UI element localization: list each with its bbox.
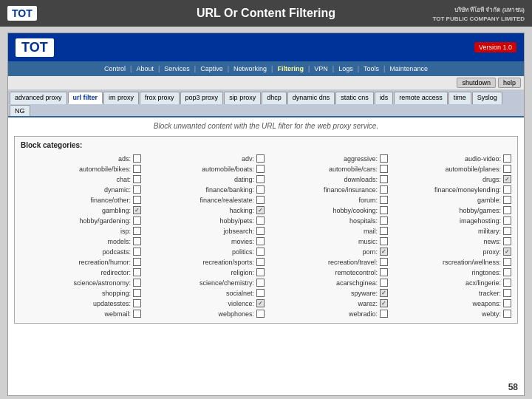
category-checkbox[interactable] <box>503 258 511 266</box>
category-checkbox[interactable] <box>256 216 265 225</box>
category-checkbox[interactable] <box>380 258 388 266</box>
category-checkbox[interactable] <box>256 268 265 276</box>
category-checkbox[interactable] <box>133 279 141 287</box>
category-checkbox[interactable] <box>503 175 511 183</box>
tab-static-cns[interactable]: static cns <box>335 92 374 104</box>
category-checkbox[interactable] <box>133 299 141 307</box>
category-checkbox[interactable] <box>503 299 511 307</box>
tab-ids[interactable]: ids <box>375 92 394 104</box>
nav-captive[interactable]: Captive <box>196 64 228 74</box>
tab-frox-proxy[interactable]: frox proxy <box>140 92 180 104</box>
category-checkbox[interactable] <box>380 196 388 204</box>
category-checkbox[interactable] <box>133 310 141 318</box>
category-checkbox[interactable] <box>256 206 265 214</box>
help-button[interactable]: help <box>498 78 521 88</box>
nav-logs[interactable]: Logs <box>334 64 358 74</box>
category-checkbox[interactable] <box>503 154 511 163</box>
category-checkbox[interactable] <box>133 216 141 225</box>
category-checkbox[interactable] <box>133 227 141 235</box>
nav-maintenance[interactable]: Maintenance <box>385 64 432 74</box>
category-checkbox[interactable] <box>503 206 511 214</box>
nav-vpn[interactable]: VPN <box>310 64 332 74</box>
category-checkbox[interactable] <box>503 216 511 225</box>
category-checkbox[interactable] <box>256 258 265 266</box>
category-checkbox[interactable] <box>133 196 141 204</box>
category-checkbox[interactable] <box>256 279 265 287</box>
nav-filtering[interactable]: Filtering <box>273 64 308 74</box>
tab-url-filter[interactable]: url filter <box>68 92 103 104</box>
category-checkbox[interactable] <box>380 206 388 214</box>
nav-tools[interactable]: Tools <box>359 64 383 74</box>
category-checkbox[interactable] <box>503 165 511 173</box>
category-label: acarschginea: <box>267 279 378 287</box>
category-checkbox[interactable] <box>256 237 265 245</box>
category-label: rscreation/wellness: <box>391 259 501 266</box>
category-checkbox[interactable] <box>256 248 265 256</box>
tab-dynamic-dns[interactable]: dynamic dns <box>287 92 335 104</box>
category-checkbox[interactable] <box>256 154 265 163</box>
list-item: redirector: <box>21 267 141 277</box>
tab-syslog[interactable]: Syslog <box>472 92 502 104</box>
nav-services[interactable]: Services <box>160 64 194 74</box>
category-checkbox[interactable] <box>380 268 388 276</box>
category-label: dating: <box>144 176 254 183</box>
nav-networking[interactable]: Networking <box>229 64 271 74</box>
category-checkbox[interactable] <box>256 185 265 194</box>
category-checkbox[interactable] <box>256 310 265 318</box>
category-checkbox[interactable] <box>133 185 141 194</box>
category-checkbox[interactable] <box>133 289 141 297</box>
category-checkbox[interactable] <box>133 175 141 183</box>
list-item: webty: <box>391 309 511 318</box>
category-checkbox[interactable] <box>256 165 265 173</box>
category-checkbox[interactable] <box>380 185 388 194</box>
category-checkbox[interactable] <box>380 165 388 173</box>
category-checkbox[interactable] <box>256 196 265 204</box>
category-checkbox[interactable] <box>503 279 511 287</box>
category-checkbox[interactable] <box>503 310 511 318</box>
category-checkbox[interactable] <box>133 237 141 245</box>
category-checkbox[interactable] <box>256 289 265 297</box>
category-checkbox[interactable] <box>503 289 511 297</box>
category-checkbox[interactable] <box>503 237 511 245</box>
category-checkbox[interactable] <box>256 175 265 183</box>
category-checkbox[interactable] <box>503 196 511 204</box>
category-checkbox[interactable] <box>256 227 265 235</box>
category-checkbox[interactable] <box>133 206 141 214</box>
tab-advanced-proxy[interactable]: advanced proxy <box>10 92 67 104</box>
nav-control[interactable]: Control <box>100 64 130 74</box>
category-checkbox[interactable] <box>503 268 511 276</box>
version-badge: Version 1.0 <box>474 42 516 52</box>
category-checkbox[interactable] <box>503 185 511 194</box>
category-checkbox[interactable] <box>133 165 141 173</box>
category-checkbox[interactable] <box>380 248 388 256</box>
tab-sip-proxy[interactable]: sip proxy <box>224 92 261 104</box>
category-checkbox[interactable] <box>380 216 388 225</box>
tab-dhcp[interactable]: dhcp <box>262 92 287 104</box>
shutdown-button[interactable]: shutdown <box>457 78 496 88</box>
category-checkbox[interactable] <box>380 175 388 183</box>
category-checkbox[interactable] <box>503 248 511 256</box>
tab-remote-access[interactable]: remote access <box>394 92 448 104</box>
category-checkbox[interactable] <box>380 299 388 307</box>
category-checkbox[interactable] <box>380 237 388 245</box>
tab-ng[interactable]: NG <box>10 105 30 116</box>
tab-im-proxy[interactable]: im proxy <box>103 92 139 104</box>
category-checkbox[interactable] <box>133 258 141 266</box>
category-checkbox[interactable] <box>380 227 388 235</box>
category-checkbox[interactable] <box>380 310 388 318</box>
tab-time[interactable]: time <box>449 92 471 104</box>
category-checkbox[interactable] <box>133 154 141 163</box>
nav-about[interactable]: About <box>132 64 158 74</box>
category-checkbox[interactable] <box>503 227 511 235</box>
tab-pop3-proxy[interactable]: pop3 proxy <box>180 92 224 104</box>
category-label: religion: <box>144 269 254 276</box>
category-checkbox[interactable] <box>256 299 265 307</box>
category-label: hospitals: <box>267 217 378 225</box>
category-checkbox[interactable] <box>380 154 388 163</box>
category-checkbox[interactable] <box>380 289 388 297</box>
category-label: audio-video: <box>391 155 501 163</box>
category-checkbox[interactable] <box>133 248 141 256</box>
category-checkbox[interactable] <box>380 279 388 287</box>
category-checkbox[interactable] <box>133 268 141 276</box>
list-item: updatesstes: <box>21 299 141 308</box>
